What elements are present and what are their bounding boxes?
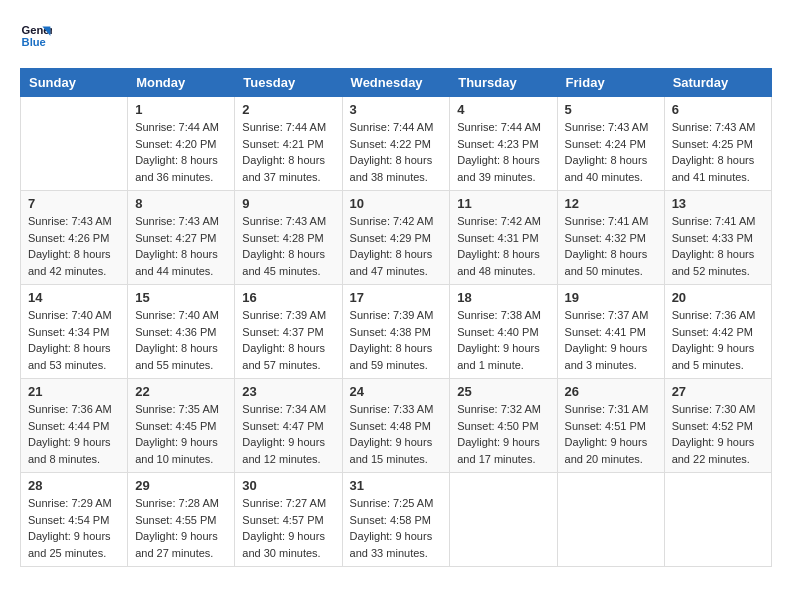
daylight-text: Daylight: 9 hours and 17 minutes. [457, 436, 540, 465]
day-number: 5 [565, 102, 657, 117]
daylight-text: Daylight: 9 hours and 10 minutes. [135, 436, 218, 465]
calendar-day-cell: 8 Sunrise: 7:43 AM Sunset: 4:27 PM Dayli… [128, 191, 235, 285]
calendar-day-cell [450, 473, 557, 567]
sunrise-text: Sunrise: 7:32 AM [457, 403, 541, 415]
day-info: Sunrise: 7:40 AM Sunset: 4:34 PM Dayligh… [28, 307, 120, 373]
daylight-text: Daylight: 8 hours and 53 minutes. [28, 342, 111, 371]
calendar-day-cell: 18 Sunrise: 7:38 AM Sunset: 4:40 PM Dayl… [450, 285, 557, 379]
daylight-text: Daylight: 8 hours and 47 minutes. [350, 248, 433, 277]
day-info: Sunrise: 7:43 AM Sunset: 4:25 PM Dayligh… [672, 119, 764, 185]
sunset-text: Sunset: 4:58 PM [350, 514, 431, 526]
sunrise-text: Sunrise: 7:37 AM [565, 309, 649, 321]
sunrise-text: Sunrise: 7:28 AM [135, 497, 219, 509]
sunset-text: Sunset: 4:57 PM [242, 514, 323, 526]
sunrise-text: Sunrise: 7:38 AM [457, 309, 541, 321]
calendar-day-cell [664, 473, 771, 567]
sunset-text: Sunset: 4:38 PM [350, 326, 431, 338]
sunset-text: Sunset: 4:26 PM [28, 232, 109, 244]
calendar-day-cell: 15 Sunrise: 7:40 AM Sunset: 4:36 PM Dayl… [128, 285, 235, 379]
day-number: 19 [565, 290, 657, 305]
calendar-day-cell: 2 Sunrise: 7:44 AM Sunset: 4:21 PM Dayli… [235, 97, 342, 191]
day-info: Sunrise: 7:36 AM Sunset: 4:44 PM Dayligh… [28, 401, 120, 467]
day-info: Sunrise: 7:44 AM Sunset: 4:20 PM Dayligh… [135, 119, 227, 185]
daylight-text: Daylight: 9 hours and 33 minutes. [350, 530, 433, 559]
calendar-day-cell: 31 Sunrise: 7:25 AM Sunset: 4:58 PM Dayl… [342, 473, 450, 567]
daylight-text: Daylight: 8 hours and 45 minutes. [242, 248, 325, 277]
sunset-text: Sunset: 4:51 PM [565, 420, 646, 432]
day-info: Sunrise: 7:43 AM Sunset: 4:24 PM Dayligh… [565, 119, 657, 185]
sunrise-text: Sunrise: 7:30 AM [672, 403, 756, 415]
day-info: Sunrise: 7:42 AM Sunset: 4:29 PM Dayligh… [350, 213, 443, 279]
day-number: 24 [350, 384, 443, 399]
sunrise-text: Sunrise: 7:43 AM [135, 215, 219, 227]
calendar-day-cell: 9 Sunrise: 7:43 AM Sunset: 4:28 PM Dayli… [235, 191, 342, 285]
sunrise-text: Sunrise: 7:41 AM [672, 215, 756, 227]
calendar-day-cell: 24 Sunrise: 7:33 AM Sunset: 4:48 PM Dayl… [342, 379, 450, 473]
calendar-day-cell [557, 473, 664, 567]
sunset-text: Sunset: 4:54 PM [28, 514, 109, 526]
sunset-text: Sunset: 4:20 PM [135, 138, 216, 150]
daylight-text: Daylight: 8 hours and 41 minutes. [672, 154, 755, 183]
day-info: Sunrise: 7:35 AM Sunset: 4:45 PM Dayligh… [135, 401, 227, 467]
daylight-text: Daylight: 9 hours and 5 minutes. [672, 342, 755, 371]
day-number: 7 [28, 196, 120, 211]
day-number: 23 [242, 384, 334, 399]
calendar-day-cell: 12 Sunrise: 7:41 AM Sunset: 4:32 PM Dayl… [557, 191, 664, 285]
calendar-header-cell: Saturday [664, 69, 771, 97]
sunset-text: Sunset: 4:29 PM [350, 232, 431, 244]
calendar-body: 1 Sunrise: 7:44 AM Sunset: 4:20 PM Dayli… [21, 97, 772, 567]
day-number: 3 [350, 102, 443, 117]
day-info: Sunrise: 7:41 AM Sunset: 4:33 PM Dayligh… [672, 213, 764, 279]
calendar-week-row: 7 Sunrise: 7:43 AM Sunset: 4:26 PM Dayli… [21, 191, 772, 285]
daylight-text: Daylight: 9 hours and 1 minute. [457, 342, 540, 371]
day-info: Sunrise: 7:31 AM Sunset: 4:51 PM Dayligh… [565, 401, 657, 467]
sunrise-text: Sunrise: 7:39 AM [350, 309, 434, 321]
daylight-text: Daylight: 8 hours and 48 minutes. [457, 248, 540, 277]
day-info: Sunrise: 7:39 AM Sunset: 4:37 PM Dayligh… [242, 307, 334, 373]
sunrise-text: Sunrise: 7:39 AM [242, 309, 326, 321]
calendar-day-cell: 6 Sunrise: 7:43 AM Sunset: 4:25 PM Dayli… [664, 97, 771, 191]
sunset-text: Sunset: 4:36 PM [135, 326, 216, 338]
sunset-text: Sunset: 4:34 PM [28, 326, 109, 338]
calendar-day-cell: 10 Sunrise: 7:42 AM Sunset: 4:29 PM Dayl… [342, 191, 450, 285]
day-number: 28 [28, 478, 120, 493]
sunset-text: Sunset: 4:28 PM [242, 232, 323, 244]
daylight-text: Daylight: 8 hours and 50 minutes. [565, 248, 648, 277]
day-number: 8 [135, 196, 227, 211]
day-info: Sunrise: 7:30 AM Sunset: 4:52 PM Dayligh… [672, 401, 764, 467]
day-number: 31 [350, 478, 443, 493]
sunrise-text: Sunrise: 7:43 AM [28, 215, 112, 227]
daylight-text: Daylight: 8 hours and 42 minutes. [28, 248, 111, 277]
calendar-day-cell: 22 Sunrise: 7:35 AM Sunset: 4:45 PM Dayl… [128, 379, 235, 473]
day-number: 10 [350, 196, 443, 211]
sunrise-text: Sunrise: 7:40 AM [28, 309, 112, 321]
calendar-day-cell: 7 Sunrise: 7:43 AM Sunset: 4:26 PM Dayli… [21, 191, 128, 285]
sunrise-text: Sunrise: 7:42 AM [457, 215, 541, 227]
day-number: 12 [565, 196, 657, 211]
day-info: Sunrise: 7:43 AM Sunset: 4:28 PM Dayligh… [242, 213, 334, 279]
calendar-day-cell: 16 Sunrise: 7:39 AM Sunset: 4:37 PM Dayl… [235, 285, 342, 379]
calendar-header-row: SundayMondayTuesdayWednesdayThursdayFrid… [21, 69, 772, 97]
daylight-text: Daylight: 9 hours and 3 minutes. [565, 342, 648, 371]
calendar-week-row: 28 Sunrise: 7:29 AM Sunset: 4:54 PM Dayl… [21, 473, 772, 567]
sunrise-text: Sunrise: 7:33 AM [350, 403, 434, 415]
day-info: Sunrise: 7:29 AM Sunset: 4:54 PM Dayligh… [28, 495, 120, 561]
sunset-text: Sunset: 4:37 PM [242, 326, 323, 338]
sunset-text: Sunset: 4:24 PM [565, 138, 646, 150]
day-info: Sunrise: 7:34 AM Sunset: 4:47 PM Dayligh… [242, 401, 334, 467]
day-info: Sunrise: 7:43 AM Sunset: 4:26 PM Dayligh… [28, 213, 120, 279]
calendar-day-cell: 26 Sunrise: 7:31 AM Sunset: 4:51 PM Dayl… [557, 379, 664, 473]
day-info: Sunrise: 7:37 AM Sunset: 4:41 PM Dayligh… [565, 307, 657, 373]
calendar-day-cell: 4 Sunrise: 7:44 AM Sunset: 4:23 PM Dayli… [450, 97, 557, 191]
day-number: 26 [565, 384, 657, 399]
logo: General Blue [20, 20, 60, 52]
daylight-text: Daylight: 9 hours and 30 minutes. [242, 530, 325, 559]
logo-icon: General Blue [20, 20, 52, 52]
day-number: 29 [135, 478, 227, 493]
daylight-text: Daylight: 8 hours and 44 minutes. [135, 248, 218, 277]
day-number: 18 [457, 290, 549, 305]
sunrise-text: Sunrise: 7:43 AM [672, 121, 756, 133]
calendar-day-cell: 3 Sunrise: 7:44 AM Sunset: 4:22 PM Dayli… [342, 97, 450, 191]
calendar-header-cell: Monday [128, 69, 235, 97]
calendar-day-cell: 11 Sunrise: 7:42 AM Sunset: 4:31 PM Dayl… [450, 191, 557, 285]
